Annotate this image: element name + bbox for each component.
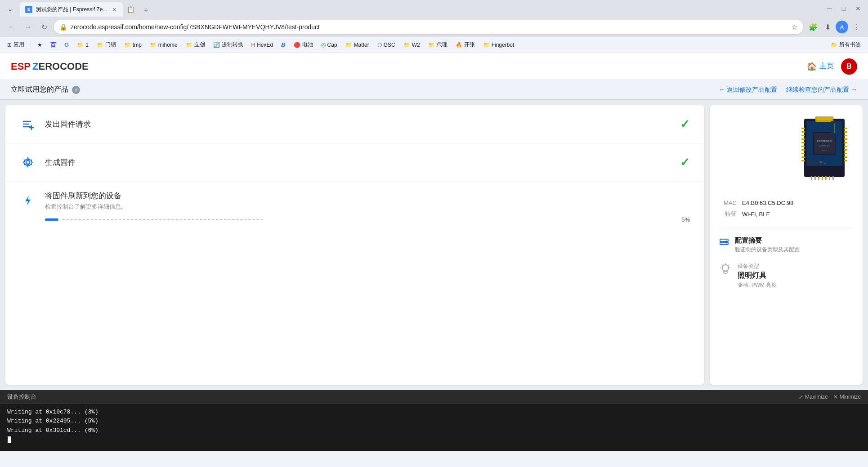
bookmark-menjin-label: 门锁 bbox=[105, 41, 116, 49]
device-image-area: ESPRESSIF ESP32-S3 MINI-1 bbox=[719, 114, 854, 191]
kaizhang-icon: 🔥 bbox=[456, 42, 462, 48]
info-icon[interactable]: i bbox=[72, 86, 80, 94]
bookmark-cap[interactable]: ◎ Cap bbox=[318, 40, 341, 50]
step-generate-firmware: 生成固件 ✓ bbox=[5, 143, 704, 182]
svg-rect-45 bbox=[809, 161, 812, 164]
console-title: 设备控制台 bbox=[7, 393, 36, 401]
bookmark-b[interactable]: B bbox=[277, 40, 289, 50]
bookmark-lichuang[interactable]: 📁 立创 bbox=[182, 39, 209, 50]
progress-percent: 5% bbox=[681, 216, 690, 223]
console-line-1: Writing at 0x10c78... (3%) bbox=[7, 408, 861, 417]
svg-rect-31 bbox=[844, 138, 847, 140]
refresh-btn[interactable]: ↻ bbox=[38, 21, 50, 33]
svg-rect-29 bbox=[844, 131, 847, 133]
menu-btn[interactable]: ⋮ bbox=[850, 21, 863, 33]
bookmark-divider bbox=[31, 41, 31, 49]
progress-fill bbox=[45, 218, 58, 221]
dot-45 bbox=[240, 219, 243, 220]
bookmark-google[interactable]: G bbox=[61, 40, 72, 50]
dot-13 bbox=[111, 219, 113, 220]
bookmark-folder1[interactable]: 📁 1 bbox=[73, 40, 92, 50]
bookmark-w2[interactable]: 📁 W2 bbox=[400, 40, 424, 50]
tab-title: 测试您的产品 | Espressif Ze... bbox=[36, 6, 107, 13]
svg-rect-33 bbox=[844, 146, 847, 147]
header-right: 🏠 主页 B bbox=[807, 58, 857, 75]
device-type-icon bbox=[719, 262, 732, 279]
active-tab[interactable]: E 测试您的产品 | Espressif Ze... ✕ bbox=[20, 2, 123, 17]
bookmark-all[interactable]: 📁 所有书签 bbox=[827, 39, 864, 50]
bookmark-gsc[interactable]: ⬡ GSC bbox=[374, 40, 399, 50]
bookmark-kaizhang[interactable]: 🔥 开张 bbox=[452, 39, 479, 50]
svg-rect-25 bbox=[801, 153, 805, 154]
progress-bar-wrapper: 5% bbox=[45, 216, 690, 223]
minimize-console-btn[interactable]: ✕ Minimize bbox=[833, 394, 861, 400]
svg-rect-35 bbox=[844, 153, 847, 154]
back-btn[interactable]: ← bbox=[5, 21, 18, 33]
feature-row: 特征 Wi-Fi, BLE bbox=[719, 210, 854, 218]
dot-5 bbox=[78, 219, 81, 220]
svg-rect-23 bbox=[801, 146, 805, 147]
bookmark-proxy[interactable]: 📁 代理 bbox=[425, 39, 451, 50]
feature-label: 特征 bbox=[719, 210, 737, 218]
window-controls: ⌄ bbox=[4, 2, 16, 15]
bookmark-star-icon[interactable]: ☆ bbox=[792, 23, 798, 31]
device-type-section: 设备类型 照明灯具 驱动: PWM 亮度 bbox=[719, 262, 854, 289]
dot-43 bbox=[232, 219, 235, 220]
svg-rect-47 bbox=[819, 161, 822, 163]
maximize-label: Maximize bbox=[805, 394, 828, 400]
download-btn[interactable]: ⬇ bbox=[821, 21, 834, 33]
console-header: 设备控制台 ⤢ Maximize ✕ Minimize bbox=[0, 390, 868, 404]
url-bar[interactable]: 🔒 zerocode.espressif.com/home/new-config… bbox=[54, 20, 803, 34]
bookmark-jizhi[interactable]: 🔄 进制转换 bbox=[210, 39, 247, 50]
new-tab-btn[interactable]: + bbox=[139, 4, 152, 17]
svg-rect-34 bbox=[844, 149, 847, 151]
folder-icon-mihome: 📁 bbox=[150, 42, 157, 48]
bookmark-hexed[interactable]: H HexEd bbox=[248, 40, 277, 50]
profile-btn[interactable]: A bbox=[836, 21, 848, 33]
user-avatar[interactable]: B bbox=[841, 58, 857, 75]
b-icon: B bbox=[281, 41, 285, 48]
dot-48 bbox=[252, 219, 255, 220]
left-panel: 发出固件请求 ✓ 生成固件 ✓ bbox=[5, 105, 704, 385]
cap-icon: ◎ bbox=[321, 42, 326, 48]
home-link[interactable]: 🏠 主页 bbox=[807, 62, 834, 71]
dot-42 bbox=[228, 219, 231, 220]
dot-2 bbox=[66, 219, 69, 220]
bookmark-folder1-label: 1 bbox=[85, 42, 89, 48]
device-type-label: 设备类型 bbox=[738, 262, 777, 270]
minimize-window-btn[interactable]: ─ bbox=[823, 2, 836, 15]
bookmark-dianchi[interactable]: 🔴 电池 bbox=[290, 39, 317, 50]
back-config-link[interactable]: ← 返回修改产品配置 bbox=[719, 86, 777, 94]
bookmark-apps[interactable]: ⊞ 应用 bbox=[4, 39, 28, 50]
bookmark-matter[interactable]: 📁 Matter bbox=[342, 40, 373, 50]
dropdown-arrow[interactable]: ⌄ bbox=[4, 2, 16, 15]
bookmark-mihome[interactable]: 📁 mihome bbox=[146, 40, 181, 50]
folder-icon-proxy: 📁 bbox=[428, 42, 435, 48]
dot-3 bbox=[70, 219, 73, 220]
svg-point-53 bbox=[722, 265, 729, 271]
forward-btn[interactable]: → bbox=[22, 21, 34, 33]
console-panel: 设备控制台 ⤢ Maximize ✕ Minimize Writing at 0… bbox=[0, 390, 868, 451]
svg-rect-24 bbox=[801, 149, 805, 151]
svg-rect-38 bbox=[811, 176, 812, 180]
bookmark-tmp[interactable]: 📁 tmp bbox=[121, 40, 145, 50]
bookmark-baidu[interactable]: 百 bbox=[47, 39, 60, 51]
step3-content: 将固件刷新到您的设备 检查控制台了解更多详细信息。 bbox=[45, 191, 690, 223]
dot-29 bbox=[175, 219, 178, 220]
bookmark-star[interactable]: ★ bbox=[34, 40, 46, 50]
maximize-window-btn[interactable]: □ bbox=[837, 2, 850, 15]
extensions-btn[interactable]: 🧩 bbox=[807, 21, 819, 33]
close-window-btn[interactable]: ✕ bbox=[852, 2, 864, 15]
dot-18 bbox=[131, 219, 134, 220]
bookmark-menjin[interactable]: 📁 门锁 bbox=[93, 39, 120, 50]
forward-config-link[interactable]: 继续检查您的产品配置 → bbox=[786, 86, 857, 94]
bookmark-fingerbot[interactable]: 📁 Fingerbot bbox=[479, 40, 518, 50]
bookmark-lichuang-label: 立创 bbox=[194, 41, 205, 49]
inactive-tab[interactable]: 📋 bbox=[123, 2, 138, 17]
url-text: zerocode.espressif.com/home/new-config/7… bbox=[71, 23, 788, 31]
console-cursor-line bbox=[7, 436, 861, 445]
minimize-icon: ✕ bbox=[833, 394, 838, 400]
tab-close-btn[interactable]: ✕ bbox=[111, 6, 118, 13]
maximize-console-btn[interactable]: ⤢ Maximize bbox=[799, 394, 828, 400]
dot-21 bbox=[143, 219, 146, 220]
